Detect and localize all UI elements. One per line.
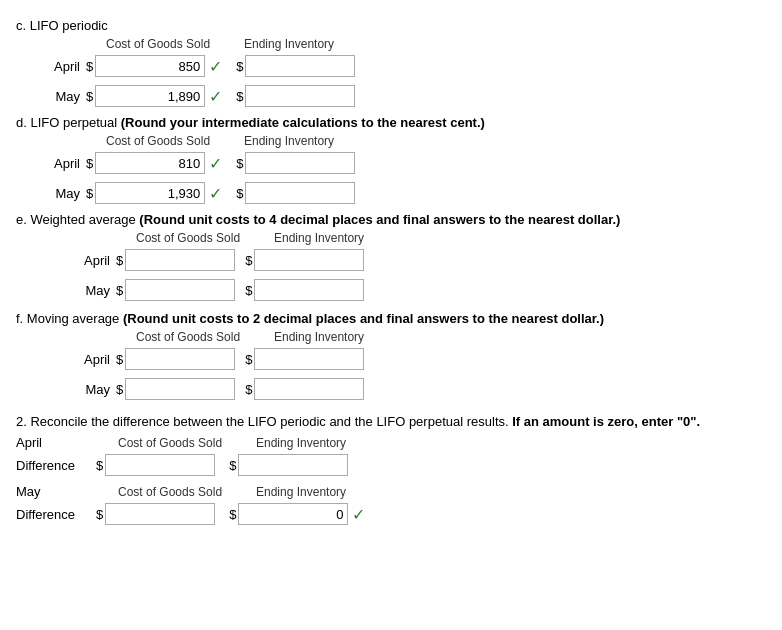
dollar-d-april-ei: $ xyxy=(236,156,243,171)
reconcile-april-diff-label: Difference xyxy=(16,458,96,473)
section-e-label: e. Weighted average (Round unit costs to… xyxy=(16,212,766,227)
section-d-may-label: May xyxy=(36,186,86,201)
dollar-f-april-ei: $ xyxy=(245,352,252,367)
input-rec-may-ei[interactable] xyxy=(238,503,348,525)
dollar-rec-april-ei: $ xyxy=(229,458,236,473)
col-header-cogs-c: Cost of Goods Sold xyxy=(106,37,236,51)
input-f-april-cogs[interactable] xyxy=(125,348,235,370)
col-header-cogs-d: Cost of Goods Sold xyxy=(106,134,236,148)
dollar-f-may-cogs: $ xyxy=(116,382,123,397)
section-d: d. LIFO perpetual (Round your intermedia… xyxy=(16,115,766,204)
reconcile-april-col-ei: Ending Inventory xyxy=(256,436,386,450)
dollar-rec-may-ei: $ xyxy=(229,507,236,522)
section-d-may-cogs-group: $ ✓ xyxy=(86,182,226,204)
section-f-may-label: May xyxy=(66,382,116,397)
section-c-may-cogs-group: $ ✓ xyxy=(86,85,226,107)
section-e-may-label: May xyxy=(66,283,116,298)
reconcile-april-block: April Cost of Goods Sold Ending Inventor… xyxy=(16,435,766,476)
dollar-c-may-ei: $ xyxy=(236,89,243,104)
section-f-april-cogs-group: $ xyxy=(116,348,235,370)
section-e-may-row: May $ $ xyxy=(66,279,766,301)
dollar-c-april-cogs: $ xyxy=(86,59,93,74)
input-rec-april-cogs[interactable] xyxy=(105,454,215,476)
input-f-may-ei[interactable] xyxy=(254,378,364,400)
reconcile-may-cogs-group: $ xyxy=(96,503,215,525)
section-f-may-cogs-group: $ xyxy=(116,378,235,400)
reconcile-april-ei-group: $ xyxy=(229,454,348,476)
dollar-d-april-cogs: $ xyxy=(86,156,93,171)
section-e-may-ei-group: $ xyxy=(245,279,364,301)
section-f-may-row: May $ $ xyxy=(66,378,766,400)
section-d-april-cogs-group: $ ✓ xyxy=(86,152,226,174)
dollar-e-may-ei: $ xyxy=(245,283,252,298)
check-d-april-cogs: ✓ xyxy=(209,154,222,173)
section-d-may-ei-group: $ xyxy=(236,182,355,204)
section-d-may-row: May $ ✓ $ xyxy=(36,182,766,204)
input-e-april-cogs[interactable] xyxy=(125,249,235,271)
section-f-may-ei-group: $ xyxy=(245,378,364,400)
section-d-april-ei-group: $ xyxy=(236,152,355,174)
section-f-april-label: April xyxy=(66,352,116,367)
reconcile-may-diff-row: Difference $ $ ✓ xyxy=(16,503,766,525)
reconcile-may-diff-label: Difference xyxy=(16,507,96,522)
section-e-april-label: April xyxy=(66,253,116,268)
reconcile-title: 2. Reconcile the difference between the … xyxy=(16,414,766,429)
input-e-may-ei[interactable] xyxy=(254,279,364,301)
col-header-ei-c: Ending Inventory xyxy=(244,37,374,51)
reconcile-april-cogs-group: $ xyxy=(96,454,215,476)
dollar-d-may-ei: $ xyxy=(236,186,243,201)
dollar-c-april-ei: $ xyxy=(236,59,243,74)
input-c-may-ei[interactable] xyxy=(245,85,355,107)
section-f-label: f. Moving average (Round unit costs to 2… xyxy=(16,311,766,326)
section-d-label: d. LIFO perpetual (Round your intermedia… xyxy=(16,115,766,130)
input-d-may-cogs[interactable] xyxy=(95,182,205,204)
dollar-f-may-ei: $ xyxy=(245,382,252,397)
dollar-d-may-cogs: $ xyxy=(86,186,93,201)
input-c-april-cogs[interactable] xyxy=(95,55,205,77)
reconcile-may-col-cogs: Cost of Goods Sold xyxy=(118,485,248,499)
reconcile-may-block: May Cost of Goods Sold Ending Inventory … xyxy=(16,484,766,525)
check-rec-may-ei: ✓ xyxy=(352,505,365,524)
reconcile-may-col-ei: Ending Inventory xyxy=(256,485,386,499)
dollar-rec-may-cogs: $ xyxy=(96,507,103,522)
section-e-april-ei-group: $ xyxy=(245,249,364,271)
section-c-may-label: May xyxy=(36,89,86,104)
section-d-april-label: April xyxy=(36,156,86,171)
input-e-april-ei[interactable] xyxy=(254,249,364,271)
section-c-april-cogs-group: $ ✓ xyxy=(86,55,226,77)
col-header-cogs-f: Cost of Goods Sold xyxy=(136,330,266,344)
input-d-april-ei[interactable] xyxy=(245,152,355,174)
col-header-ei-e: Ending Inventory xyxy=(274,231,404,245)
check-c-may-cogs: ✓ xyxy=(209,87,222,106)
reconcile-april-header: April xyxy=(16,435,96,450)
input-e-may-cogs[interactable] xyxy=(125,279,235,301)
dollar-f-april-cogs: $ xyxy=(116,352,123,367)
section-f-april-ei-group: $ xyxy=(245,348,364,370)
section-e: e. Weighted average (Round unit costs to… xyxy=(16,212,766,301)
reconcile-may-ei-group: $ ✓ xyxy=(229,503,369,525)
input-d-may-ei[interactable] xyxy=(245,182,355,204)
input-c-april-ei[interactable] xyxy=(245,55,355,77)
dollar-e-april-cogs: $ xyxy=(116,253,123,268)
section-f: f. Moving average (Round unit costs to 2… xyxy=(16,311,766,400)
section-c: c. LIFO periodic Cost of Goods Sold Endi… xyxy=(16,18,766,107)
col-header-cogs-e: Cost of Goods Sold xyxy=(136,231,266,245)
reconcile-april-col-cogs: Cost of Goods Sold xyxy=(118,436,248,450)
section-f-april-row: April $ $ xyxy=(66,348,766,370)
section-c-may-ei-group: $ xyxy=(236,85,355,107)
input-rec-april-ei[interactable] xyxy=(238,454,348,476)
section-e-may-cogs-group: $ xyxy=(116,279,235,301)
input-c-may-cogs[interactable] xyxy=(95,85,205,107)
col-header-ei-d: Ending Inventory xyxy=(244,134,374,148)
input-rec-may-cogs[interactable] xyxy=(105,503,215,525)
reconcile-may-header-row: May Cost of Goods Sold Ending Inventory xyxy=(16,484,766,499)
input-d-april-cogs[interactable] xyxy=(95,152,205,174)
section-e-april-row: April $ $ xyxy=(66,249,766,271)
section-c-april-row: April $ ✓ $ xyxy=(36,55,766,77)
reconcile-april-diff-row: Difference $ $ xyxy=(16,454,766,476)
input-f-april-ei[interactable] xyxy=(254,348,364,370)
input-f-may-cogs[interactable] xyxy=(125,378,235,400)
section-d-april-row: April $ ✓ $ xyxy=(36,152,766,174)
dollar-e-may-cogs: $ xyxy=(116,283,123,298)
section-c-label: c. LIFO periodic xyxy=(16,18,766,33)
